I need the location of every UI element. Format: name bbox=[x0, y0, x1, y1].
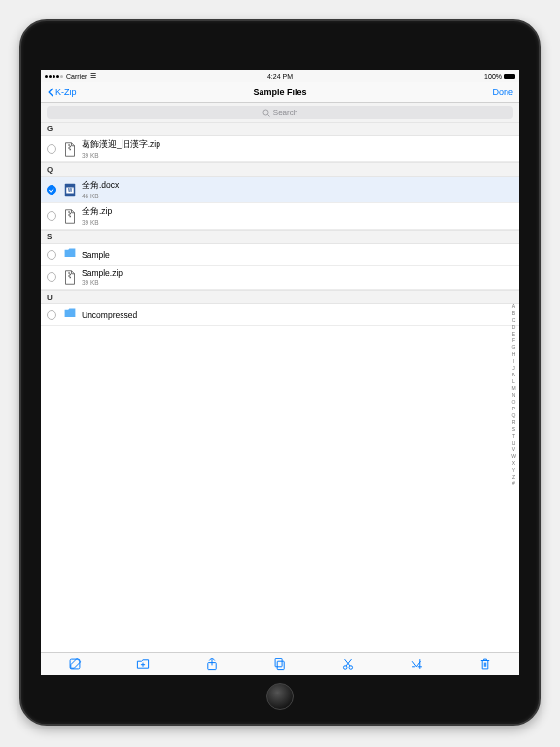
file-row[interactable]: Sample bbox=[41, 244, 519, 266]
svg-rect-13 bbox=[69, 272, 70, 274]
index-letter[interactable]: V bbox=[512, 445, 515, 451]
select-radio[interactable] bbox=[47, 250, 56, 260]
index-letter[interactable]: D bbox=[512, 323, 516, 329]
toolbar bbox=[41, 652, 519, 675]
index-letter[interactable]: N bbox=[512, 391, 516, 397]
ipad-frame: Carrier ☰ 4:24 PM 100% K-Zip Sample File… bbox=[19, 19, 541, 726]
file-name: Uncompressed bbox=[82, 310, 137, 320]
zip-icon bbox=[64, 142, 76, 156]
svg-rect-3 bbox=[70, 146, 71, 148]
status-bar: Carrier ☰ 4:24 PM 100% bbox=[41, 70, 519, 82]
file-row[interactable]: W全角.docx46 KB bbox=[41, 177, 519, 203]
file-name: Sample.zip bbox=[82, 268, 122, 278]
file-size: 39 KB bbox=[82, 279, 122, 286]
screen: Carrier ☰ 4:24 PM 100% K-Zip Sample File… bbox=[41, 70, 519, 675]
nav-bar: K-Zip Sample Files Done bbox=[41, 82, 519, 103]
file-row[interactable]: 全角.zip39 KB bbox=[41, 203, 519, 230]
file-name: 葛飾漢迎_旧漢字.zip bbox=[82, 139, 160, 151]
svg-line-1 bbox=[267, 114, 269, 116]
cut-button[interactable] bbox=[333, 653, 363, 675]
battery-label: 100% bbox=[484, 73, 502, 80]
select-radio[interactable] bbox=[47, 185, 56, 195]
back-button[interactable]: K-Zip bbox=[47, 88, 77, 97]
svg-rect-11 bbox=[69, 214, 70, 216]
trash-button[interactable] bbox=[471, 653, 500, 675]
index-letter[interactable]: M bbox=[511, 384, 515, 390]
battery-icon bbox=[504, 74, 515, 79]
new-folder-button[interactable] bbox=[128, 653, 158, 675]
home-button[interactable] bbox=[266, 683, 294, 710]
file-row[interactable]: 葛飾漢迎_旧漢字.zip39 KB bbox=[41, 136, 519, 162]
svg-point-24 bbox=[349, 665, 353, 669]
done-button[interactable]: Done bbox=[492, 88, 513, 97]
select-radio[interactable] bbox=[47, 211, 56, 221]
svg-rect-9 bbox=[69, 211, 70, 213]
alpha-index[interactable]: ABCDEFGHIJKLMNOPQRSTUVWXYZ# bbox=[509, 299, 518, 489]
carrier-label: Carrier bbox=[66, 73, 87, 80]
folder-icon bbox=[64, 308, 76, 322]
section-header: S bbox=[41, 230, 519, 244]
zip-icon bbox=[64, 270, 76, 284]
folder-icon bbox=[64, 248, 76, 262]
svg-rect-10 bbox=[70, 213, 71, 215]
index-letter[interactable]: # bbox=[512, 480, 515, 485]
index-letter[interactable]: F bbox=[512, 337, 515, 342]
search-bar: Search bbox=[41, 103, 519, 122]
back-label: K-Zip bbox=[55, 88, 77, 97]
chevron-left-icon bbox=[47, 88, 54, 97]
search-input[interactable]: Search bbox=[47, 106, 513, 119]
file-list[interactable]: G葛飾漢迎_旧漢字.zip39 KBQW全角.docx46 KB全角.zip39… bbox=[41, 122, 519, 652]
share-button[interactable] bbox=[197, 653, 227, 675]
index-letter[interactable]: W bbox=[511, 452, 516, 458]
file-size: 39 KB bbox=[82, 152, 160, 159]
svg-rect-22 bbox=[275, 658, 282, 666]
svg-rect-15 bbox=[69, 275, 70, 277]
index-letter[interactable]: Y bbox=[512, 466, 515, 472]
index-letter[interactable]: K bbox=[512, 371, 515, 376]
svg-rect-16 bbox=[70, 277, 71, 279]
index-letter[interactable]: A bbox=[512, 302, 515, 308]
rename-button[interactable] bbox=[402, 653, 432, 675]
index-letter[interactable]: H bbox=[512, 350, 516, 356]
file-name: Sample bbox=[82, 250, 110, 260]
index-letter[interactable]: Z bbox=[512, 473, 515, 479]
svg-rect-5 bbox=[70, 149, 71, 151]
copy-button[interactable] bbox=[265, 653, 295, 675]
svg-rect-14 bbox=[70, 274, 71, 276]
zip-icon bbox=[64, 209, 76, 223]
file-size: 39 KB bbox=[82, 219, 112, 226]
svg-rect-4 bbox=[69, 147, 70, 149]
file-name: 全角.zip bbox=[82, 206, 112, 218]
file-row[interactable]: Sample.zip39 KB bbox=[41, 266, 519, 290]
svg-point-23 bbox=[344, 665, 348, 669]
section-header: Q bbox=[41, 162, 519, 177]
select-radio[interactable] bbox=[47, 272, 56, 282]
index-letter[interactable]: T bbox=[512, 432, 515, 438]
index-letter[interactable]: E bbox=[512, 330, 515, 336]
svg-point-0 bbox=[263, 110, 268, 115]
select-radio[interactable] bbox=[47, 310, 56, 320]
index-letter[interactable]: I bbox=[513, 357, 514, 363]
index-letter[interactable]: Q bbox=[512, 411, 516, 417]
index-letter[interactable]: S bbox=[512, 425, 515, 431]
compose-button[interactable] bbox=[60, 653, 89, 675]
index-letter[interactable]: L bbox=[512, 377, 515, 383]
index-letter[interactable]: B bbox=[512, 309, 515, 315]
section-header: G bbox=[41, 122, 519, 136]
index-letter[interactable]: J bbox=[512, 364, 515, 370]
index-letter[interactable]: X bbox=[512, 459, 515, 465]
index-letter[interactable]: P bbox=[512, 405, 515, 410]
svg-rect-21 bbox=[277, 661, 284, 669]
clock-label: 4:24 PM bbox=[267, 73, 293, 80]
select-radio[interactable] bbox=[47, 144, 56, 154]
index-letter[interactable]: R bbox=[512, 418, 516, 424]
index-letter[interactable]: O bbox=[512, 398, 516, 404]
svg-rect-2 bbox=[69, 144, 70, 146]
index-letter[interactable]: G bbox=[512, 343, 516, 349]
file-row[interactable]: Uncompressed bbox=[41, 304, 519, 326]
search-icon bbox=[262, 109, 270, 117]
svg-text:W: W bbox=[68, 188, 73, 193]
index-letter[interactable]: C bbox=[512, 316, 516, 322]
index-letter[interactable]: U bbox=[512, 439, 516, 445]
search-placeholder: Search bbox=[273, 108, 298, 117]
